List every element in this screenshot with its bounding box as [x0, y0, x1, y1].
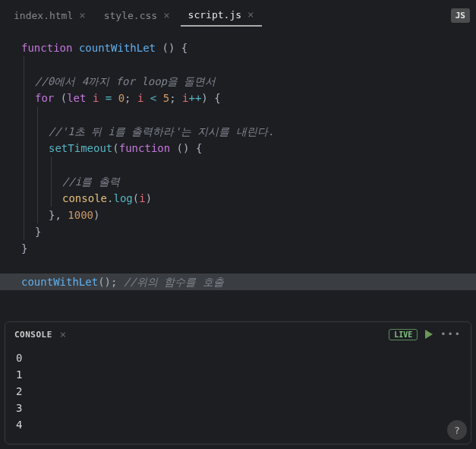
code-token: }, — [49, 209, 68, 221]
console-line: 2 — [16, 383, 460, 400]
code-token: 0 — [118, 92, 125, 104]
code-token: < — [150, 92, 156, 104]
code-token: ) — [93, 209, 99, 221]
code-token: } — [35, 226, 41, 238]
console-title: CONSOLE — [14, 330, 52, 340]
code-token: let — [67, 92, 86, 104]
code-token: () { — [156, 42, 188, 54]
code-token: setTimeout — [49, 142, 112, 154]
code-token: countWithLet — [21, 276, 98, 288]
code-token: ) { — [201, 92, 220, 104]
tab-style-css[interactable]: style.css × — [96, 5, 178, 26]
close-icon[interactable]: × — [163, 9, 169, 21]
code-comment: //위의 함수를 호출 — [117, 276, 223, 288]
close-icon[interactable]: × — [79, 9, 85, 21]
code-token: } — [21, 242, 27, 255]
help-button[interactable]: ? — [447, 420, 467, 440]
code-token: ( — [112, 142, 118, 154]
tab-index-html[interactable]: index.html × — [6, 5, 93, 26]
code-token: ( — [133, 192, 139, 204]
code-token: ; — [169, 92, 175, 104]
language-badge: JS — [451, 8, 470, 23]
code-token: = — [106, 92, 112, 104]
code-token: i — [139, 192, 145, 204]
tab-label: style.css — [104, 10, 157, 21]
tab-label: script.js — [188, 9, 241, 21]
console-line: 0 — [16, 349, 460, 366]
code-token: function — [21, 42, 72, 54]
tab-label: index.html — [14, 10, 73, 21]
code-token: i — [93, 92, 99, 104]
code-token: for — [35, 92, 54, 104]
console-line: 3 — [16, 400, 460, 416]
console-header: CONSOLE × LIVE ••• — [5, 322, 471, 346]
console-panel: CONSOLE × LIVE ••• 0 1 2 3 4 — [5, 321, 471, 444]
code-comment: //0에서 4까지 for loop을 돌면서 — [35, 75, 216, 87]
code-token: log — [113, 192, 132, 204]
code-comment: //'1초 뒤 i를 출력하라'는 지시를 내린다. — [49, 125, 274, 138]
help-icon: ? — [454, 425, 460, 436]
console-output: 0 1 2 3 4 — [5, 346, 471, 444]
console-line: 1 — [16, 366, 460, 383]
console-line: 4 — [16, 416, 460, 433]
code-token: i — [137, 92, 143, 104]
code-token: () { — [170, 142, 202, 154]
close-icon[interactable]: × — [247, 8, 254, 21]
play-icon[interactable] — [425, 330, 433, 339]
tab-bar: index.html × style.css × script.js × JS — [0, 0, 476, 30]
code-editor[interactable]: function countWithLet () { //0에서 4까지 for… — [0, 30, 476, 317]
code-token: 1000 — [68, 209, 93, 221]
code-token: (); — [98, 276, 117, 288]
code-token: ) — [146, 192, 152, 204]
code-comment: //i를 출력 — [62, 175, 120, 188]
live-badge: LIVE — [389, 329, 418, 340]
code-token: console — [62, 192, 107, 204]
menu-dots-icon[interactable]: ••• — [440, 329, 462, 340]
code-token: countWithLet — [79, 42, 156, 54]
code-token: ++ — [188, 92, 201, 104]
close-icon[interactable]: × — [60, 328, 66, 340]
code-token: ; — [125, 92, 131, 104]
code-token: function — [119, 142, 170, 154]
tab-script-js[interactable]: script.js × — [181, 4, 262, 27]
code-token: 5 — [163, 92, 169, 104]
